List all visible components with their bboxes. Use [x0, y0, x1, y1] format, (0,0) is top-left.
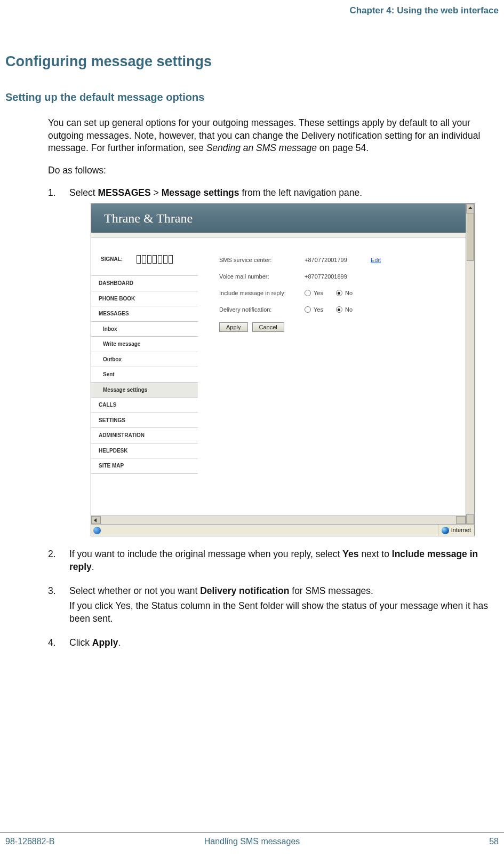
nav-calls[interactable]: CALLS: [91, 398, 198, 413]
step-4-text-c: .: [118, 637, 121, 648]
main-panel: SMS service center: +870772001799 Edit V…: [198, 238, 466, 516]
step-3: Select whether or not you want Delivery …: [48, 585, 499, 625]
step-4-text-a: Click: [69, 637, 92, 648]
scroll-up-icon: [468, 207, 473, 209]
smsc-label: SMS service center:: [219, 256, 305, 264]
step-2-mid: next to: [359, 549, 392, 559]
delivery-yes-option[interactable]: Yes: [305, 306, 323, 314]
heading-1: Configuring message settings: [5, 53, 499, 70]
nav-outbox[interactable]: Outbox: [91, 352, 198, 368]
include-yes-option[interactable]: Yes: [305, 289, 323, 297]
signal-label: SIGNAL:: [101, 256, 123, 263]
edit-link[interactable]: Edit: [371, 256, 381, 264]
delivery-yes-label: Yes: [314, 306, 323, 314]
banner-subbar: [91, 233, 466, 238]
status-internet: Internet: [451, 526, 471, 534]
step-3-bold-1: Delivery notification: [200, 585, 289, 596]
step-3-text-a: Select whether or not you want: [69, 585, 200, 596]
step-2-text-a: If you want to include the original mess…: [69, 549, 342, 559]
nav-phonebook[interactable]: PHONE BOOK: [91, 291, 198, 307]
nav-sent[interactable]: Sent: [91, 367, 198, 383]
nav-inbox[interactable]: Inbox: [91, 322, 198, 337]
scroll-thumb[interactable]: [467, 213, 474, 261]
delivery-no-option[interactable]: No: [336, 306, 353, 314]
scroll-down-icon: [468, 519, 473, 521]
signal-bars-icon: [137, 255, 173, 264]
cross-ref: Sending an SMS message: [206, 142, 317, 153]
app-banner: Thrane & Thrane: [91, 204, 466, 233]
include-no-label: No: [345, 289, 353, 297]
voicemail-value: +870772001899: [305, 273, 369, 281]
step-1-text-c: from the left navigation pane.: [239, 187, 363, 198]
radio-icon: [305, 290, 311, 296]
step-2: If you want to include the original mess…: [48, 548, 499, 573]
left-nav: DASHBOARD PHONE BOOK MESSAGES Inbox Writ…: [91, 275, 198, 474]
nav-settings[interactable]: SETTINGS: [91, 413, 198, 429]
chapter-header: Chapter 4: Using the web interface: [0, 0, 504, 16]
include-label: Include message in reply:: [219, 289, 305, 297]
step-1-bold-2: Message settings: [162, 187, 239, 198]
screenshot: Thrane & Thrane SIGNAL:: [91, 203, 475, 536]
radio-icon: [336, 306, 342, 313]
horizontal-scrollbar[interactable]: [91, 516, 466, 524]
step-2-text-c: .: [92, 561, 94, 572]
cancel-button[interactable]: Cancel: [252, 322, 284, 332]
vertical-scrollbar[interactable]: [466, 204, 474, 524]
heading-2: Setting up the default message options: [5, 91, 499, 104]
page-footer: 98-126882-B Handling SMS messages 58: [0, 832, 504, 846]
step-3-sub: If you click Yes, the Status column in t…: [69, 600, 499, 625]
nav-administration[interactable]: ADMINISTRATION: [91, 428, 198, 443]
scroll-left-icon: [94, 518, 97, 522]
step-1-text-a: Select: [69, 187, 98, 198]
intro-paragraph: You can set up general options for your …: [48, 117, 499, 155]
apply-button[interactable]: Apply: [219, 322, 248, 332]
include-no-option[interactable]: No: [336, 289, 353, 297]
voicemail-label: Voice mail number:: [219, 273, 305, 281]
nav-helpdesk[interactable]: HELPDESK: [91, 443, 198, 459]
scroll-right-icon: [460, 518, 463, 522]
step-4: Click Apply.: [48, 637, 499, 649]
nav-messages[interactable]: MESSAGES: [91, 306, 198, 322]
footer-center: Handling SMS messages: [0, 837, 504, 846]
page-icon: [93, 527, 101, 534]
globe-icon: [442, 527, 449, 534]
step-4-bold-1: Apply: [92, 637, 118, 648]
radio-icon: [336, 290, 342, 296]
delivery-no-label: No: [345, 306, 353, 314]
step-3-text-c: for SMS messages.: [289, 585, 373, 596]
step-2-bold-1: Yes: [342, 549, 358, 559]
nav-write-message[interactable]: Write message: [91, 337, 198, 352]
intro-text-b: on page 54.: [317, 142, 369, 153]
include-yes-label: Yes: [314, 289, 323, 297]
step-1-mid: >: [151, 187, 162, 198]
step-1-bold-1: MESSAGES: [98, 187, 151, 198]
status-bar: Internet: [91, 524, 474, 536]
nav-dashboard[interactable]: DASHBOARD: [91, 276, 198, 291]
nav-message-settings[interactable]: Message settings: [91, 383, 198, 398]
do-as-follows: Do as follows:: [48, 164, 499, 177]
delivery-label: Delivery notification:: [219, 306, 305, 314]
smsc-value: +870772001799: [305, 256, 369, 264]
radio-icon: [305, 306, 311, 313]
step-1: Select MESSAGES > Message settings from …: [48, 187, 499, 537]
nav-sitemap[interactable]: SITE MAP: [91, 458, 198, 474]
